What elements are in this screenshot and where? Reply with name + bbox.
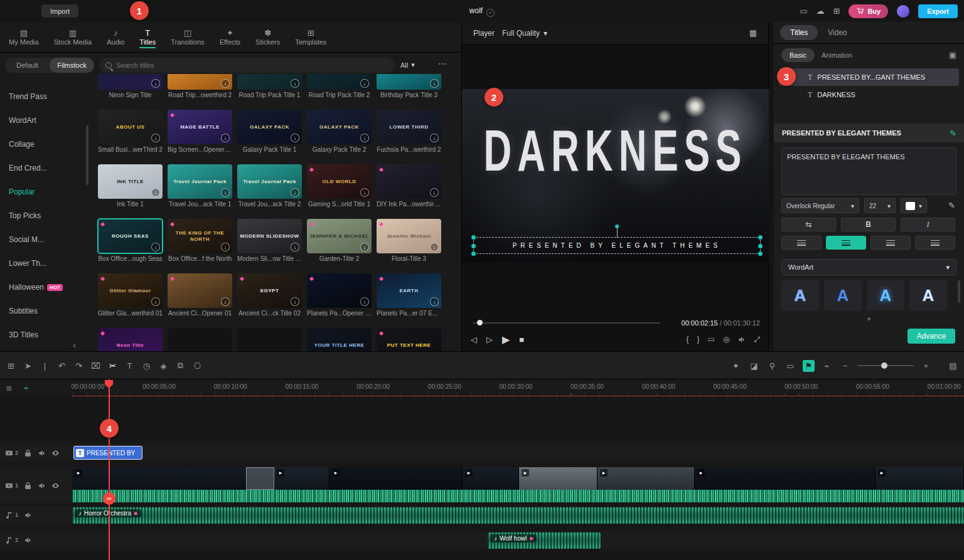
title-thumbnail[interactable]: ROADTRIP PACK ↓ [307, 74, 372, 90]
eye-icon[interactable] [51, 449, 60, 457]
more-options-icon[interactable]: ⋯ [438, 58, 447, 68]
tab-my-media[interactable]: ▤ My Media [9, 29, 39, 46]
title-item[interactable]: ◆ JENNIFER & MICHAEL ↓ Garden-Title 2 [307, 219, 372, 263]
tab-templates[interactable]: ⊞ Templates [295, 29, 326, 46]
title-thumbnail[interactable]: ◆ PUT TEXT HERE ↓ [377, 328, 441, 351]
title-thumbnail[interactable]: ROADTRIP PACK ↓ [237, 74, 302, 90]
text-selection-box[interactable]: PRESENTED BY ELEGANT THEMES [473, 237, 761, 254]
title-item[interactable]: Travel Journal Pack ↓ Travel Jou...ack T… [237, 164, 302, 208]
align-left-button[interactable] [826, 236, 866, 250]
mark-in-icon[interactable]: { [687, 335, 689, 344]
title-thumbnail[interactable]: ABOUT US ↓ [98, 110, 163, 144]
tab-effects[interactable]: ✦ Effects [220, 29, 240, 46]
title-item[interactable]: ↓ Birthday Pack Title 3 [377, 74, 441, 99]
resize-handle-nw[interactable] [471, 235, 476, 240]
export-button[interactable]: Export [918, 4, 958, 18]
lock-icon[interactable] [24, 449, 32, 457]
split-scissors-icon[interactable]: ✂ [107, 360, 119, 372]
video-clip-segment[interactable]: ▶ [695, 467, 876, 490]
tab-stickers[interactable]: ✽ Stickers [255, 29, 280, 46]
download-icon[interactable]: ↓ [221, 243, 230, 251]
wordart-scrollbar[interactable] [958, 280, 960, 303]
sidebar-category[interactable]: Trend Pass [0, 85, 92, 108]
download-icon[interactable]: ↓ [221, 79, 230, 88]
speaker-icon[interactable] [38, 449, 46, 457]
wordart-style-tile[interactable]: A [824, 280, 862, 310]
sidebar-category[interactable]: Halloween HOT [0, 275, 92, 299]
title-thumbnail[interactable]: LOWER THIRD ↓ [377, 110, 441, 144]
rotate-handle[interactable] [615, 225, 619, 228]
title-item[interactable]: ◆ ↓ Ancient Ci...Opener 01 [168, 273, 232, 317]
text-input-area[interactable]: PRESENTED BY ELEGANT THEMES [781, 147, 956, 195]
title-item[interactable]: ◆ EGYPT ↓ Ancient Ci...ck Title 02 [237, 273, 302, 317]
resize-handle-w[interactable] [471, 244, 476, 248]
download-icon[interactable]: ↓ [291, 79, 299, 88]
title-thumbnail[interactable]: ◆ EARTH ↓ [377, 273, 441, 308]
buy-button[interactable]: Buy [849, 4, 888, 18]
music-clip-horror-orchestra[interactable]: ♪ Horror Orchestra ◆ [72, 507, 964, 524]
download-icon[interactable]: ↓ [221, 188, 230, 197]
sidebar-category[interactable]: Top Picks [0, 204, 92, 228]
font-dropdown[interactable]: Overlock Regular▾ [781, 198, 859, 213]
sidebar-category[interactable]: 3D Titles [0, 323, 92, 347]
resize-handle-e[interactable] [758, 244, 763, 248]
download-icon[interactable]: ↓ [151, 297, 160, 306]
fit-timeline-icon[interactable]: ▤ [947, 360, 959, 372]
sidebar-category[interactable]: WordArt [0, 108, 92, 132]
title-thumbnail[interactable]: ◆ JENNIFER & MICHAEL ↓ [307, 219, 372, 253]
title-thumbnail[interactable]: ◆ ROUGH SEAS ↓ [98, 219, 163, 253]
download-icon[interactable]: ↓ [360, 297, 369, 306]
title-thumbnail[interactable]: ◆ ↓ [377, 164, 441, 199]
title-item[interactable]: ↓ [237, 328, 302, 351]
snapshot-camera-icon[interactable]: ◎ [723, 335, 729, 344]
seek-bar[interactable] [473, 322, 660, 324]
eye-icon[interactable] [51, 482, 60, 490]
search-input[interactable] [116, 61, 388, 69]
avatar[interactable] [897, 5, 909, 18]
source-default[interactable]: Default [5, 58, 50, 73]
undo-icon[interactable]: ↶ [56, 360, 68, 372]
title-thumbnail[interactable]: ◆ OLD WORLD ↓ [307, 164, 372, 199]
speaker-icon[interactable] [24, 536, 32, 544]
title-thumbnail[interactable]: Travel Journal Pack ↓ [237, 164, 302, 199]
title-thumbnail[interactable]: MODERN SLIDESHOW ↓ [237, 219, 302, 253]
video-audio-waveform[interactable] [72, 490, 964, 502]
timeline-ruler[interactable]: 00:00:00:0000:00:05:0000:00:10:0000:00:1… [0, 379, 964, 397]
sidebar-category[interactable]: Lower Th... [0, 251, 92, 275]
lock-icon[interactable] [24, 482, 32, 490]
title-thumbnail[interactable]: ◆ Neon Title ↓ [98, 328, 163, 351]
title-item[interactable]: ◆ MAGE BATTLE ↓ Big Screen...Opener 11 [168, 110, 232, 154]
tab-titles[interactable]: T Titles [139, 29, 156, 46]
title-thumbnail[interactable]: ◆ ↓ [168, 273, 232, 308]
mask-icon[interactable]: ◪ [748, 360, 760, 372]
download-icon[interactable]: ↓ [221, 134, 230, 142]
tab-transitions[interactable]: ◫ Transitions [171, 29, 204, 46]
add-text-icon[interactable]: T [124, 360, 136, 372]
title-item[interactable]: ROADTRIP PACK ↓ Road Trip Pack Title 1 [237, 74, 302, 99]
download-icon[interactable]: ↓ [151, 79, 160, 88]
cloud-icon[interactable]: ☁ [816, 6, 824, 16]
title-item[interactable]: ◆ PUT TEXT HERE ↓ [377, 328, 441, 351]
align-top-button[interactable] [781, 236, 822, 250]
title-thumbnail[interactable]: ↓ [98, 74, 163, 90]
display-icon[interactable]: ▭ [800, 6, 807, 16]
subtab-basic[interactable]: Basic [781, 48, 815, 62]
zoom-slider-handle[interactable] [881, 362, 887, 369]
download-icon[interactable]: ↓ [291, 297, 299, 306]
seek-handle[interactable] [477, 320, 483, 325]
playhead-split-scissors[interactable]: ✂ [103, 492, 115, 505]
title-thumbnail[interactable]: ↓ [237, 328, 302, 351]
title-item[interactable]: LOWER THIRD ↓ Fuchsia Pa...werthird 2 [377, 110, 441, 154]
title-item[interactable]: ◆ ↓ Planets Pa...Opener 01 [307, 273, 372, 317]
title-item[interactable]: ◆ Glitter Glamour ↓ Glitter Gla...werthi… [98, 273, 163, 317]
title-item[interactable]: GALAXY PACK ↓ Galaxy Pack Title 1 [237, 110, 302, 154]
preview-title-text[interactable]: DARKNESS [462, 117, 769, 184]
speaker-icon[interactable] [38, 482, 46, 490]
tab-stock-media[interactable]: ▥ Stock Media [54, 29, 92, 46]
title-item[interactable]: ↓ [168, 328, 232, 351]
title-thumbnail[interactable]: YOUR TITLE HERE ↓ [307, 328, 372, 351]
download-icon[interactable]: ↓ [291, 134, 299, 142]
mute-speaker-icon[interactable] [737, 335, 746, 344]
voiceover-mic-icon[interactable]: ⚲ [766, 360, 778, 372]
title-item[interactable]: ◆ ROUGH SEAS ↓ Box Office...ough Seas [98, 219, 163, 263]
